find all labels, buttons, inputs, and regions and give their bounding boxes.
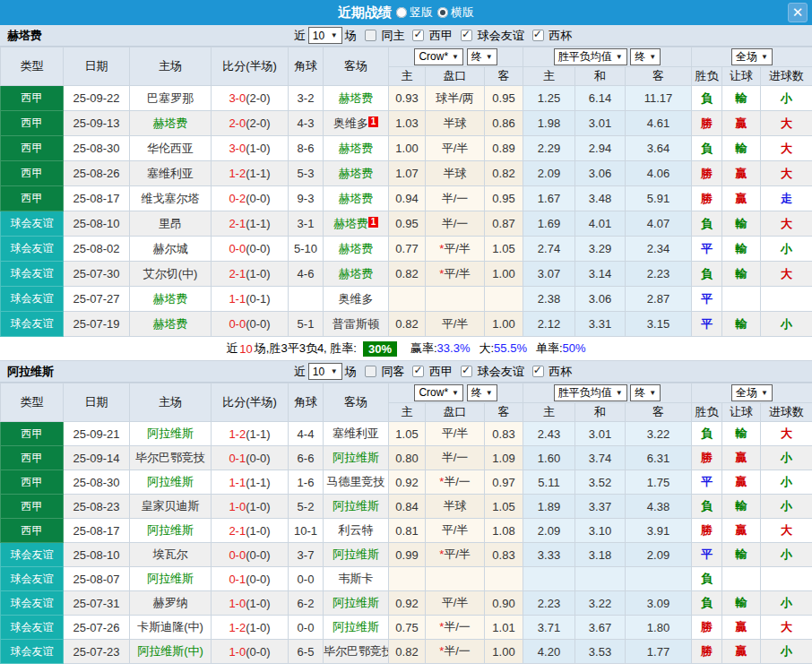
odds-home: 0.82 [389, 640, 426, 664]
dropdown-arrow-icon: ▼ [761, 389, 768, 397]
scope-select[interactable]: 全场▼ [731, 384, 773, 401]
home-team: 卡斯迪隆(中) [130, 616, 212, 640]
match-date: 25-08-02 [64, 237, 130, 262]
layout-horizontal-radio[interactable]: 横版 [437, 4, 474, 21]
recent-count-select[interactable]: 10▼ [308, 363, 342, 380]
result-goals: 大 [761, 161, 812, 186]
odds-group-header: Crow*▼ 终▼ [389, 383, 523, 403]
recent-count-select[interactable]: 10▼ [308, 27, 342, 44]
final-odds-select[interactable]: 终▼ [467, 384, 497, 401]
team-name-text: 普雷斯顿 [333, 317, 379, 331]
filter-cup-checkbox[interactable]: ✓ 西杯 [527, 28, 573, 44]
match-date: 25-07-31 [64, 591, 130, 616]
col-header-handicap: 盘口 [426, 67, 485, 86]
match-date: 25-09-22 [64, 86, 130, 111]
away-team: 赫塔费1 [324, 211, 389, 237]
avg-select[interactable]: 胜平负均值▼ [554, 384, 627, 401]
avg-draw: 3.22 [575, 591, 626, 616]
score: 0-1(0-0) [212, 567, 289, 591]
handicap: 半/一 [426, 446, 485, 470]
dropdown-arrow-icon: ▼ [331, 367, 338, 375]
handicap: 平/半 [426, 519, 485, 543]
dropdown-arrow-icon: ▼ [486, 53, 493, 61]
odds-home [389, 287, 426, 312]
radio-dot-icon [440, 10, 445, 15]
team-name-text: 塞维利亚 [333, 426, 379, 440]
match-type: 西甲 [1, 111, 64, 136]
dropdown-arrow-icon: ▼ [452, 389, 459, 397]
bookmaker-select[interactable]: Crow*▼ [414, 48, 463, 65]
check-icon: ✓ [462, 28, 471, 40]
close-button[interactable]: ✕ [788, 3, 808, 22]
filter-same-checkbox[interactable]: ✓ 同客 [359, 364, 405, 380]
col-header-away: 客场 [324, 383, 389, 422]
col-header-type: 类型 [1, 383, 64, 422]
corners: 5-2 [289, 495, 324, 519]
odds-away: 0.83 [485, 422, 523, 446]
odds-away: 1.00 [485, 312, 523, 337]
radio-label: 竖版 [410, 4, 433, 21]
away-team: 马德里竞技 [324, 470, 389, 495]
corners: 6-6 [289, 446, 324, 470]
team-name: 阿拉维斯 [7, 364, 54, 380]
away-team: 塞维利亚 [324, 422, 389, 446]
match-type: 西甲 [1, 136, 64, 161]
match-row: 西甲25-09-14毕尔巴鄂竞技0-1(0-0)6-6阿拉维斯0.80半/一1.… [1, 446, 812, 470]
filter-cup-checkbox[interactable]: ✓ 西杯 [527, 364, 573, 380]
team-name-text: 赫塔费 [339, 91, 374, 105]
page-title: 近期战绩 [338, 4, 392, 22]
result-handicap: 贏 [722, 186, 761, 211]
result-wdl: 平 [692, 237, 722, 262]
filter-friendly-checkbox[interactable]: ✓ 球会友谊 [455, 28, 524, 44]
away-team: 阿拉维斯 [324, 616, 389, 640]
avg-draw: 3.18 [575, 543, 626, 567]
final-odds-select[interactable]: 终▼ [467, 48, 497, 65]
radio-icon [396, 7, 407, 18]
match-row: 西甲25-08-17维戈塞尔塔0-2(0-0)9-3赫塔费0.94半/一0.95… [1, 186, 812, 211]
filter-league-checkbox[interactable]: ✓ 西甲 [407, 28, 453, 44]
col-header-hcp-result: 让球 [722, 67, 761, 86]
team-name-text: 赫塔费 [339, 167, 374, 180]
match-type: 球会友谊 [1, 262, 64, 287]
match-date: 25-07-23 [64, 640, 130, 664]
score: 2-1(1-0) [212, 519, 289, 543]
filter-league-checkbox[interactable]: ✓ 西甲 [407, 364, 453, 380]
corners: 10-1 [289, 519, 324, 543]
corners: 5-10 [289, 237, 324, 262]
odds-home: 0.99 [389, 543, 426, 567]
layout-vertical-radio[interactable]: 竖版 [396, 4, 433, 21]
team-name-text: 阿拉维斯 [333, 451, 379, 464]
away-team: 普雷斯顿 [324, 312, 389, 337]
filter-near-label: 近 [294, 364, 306, 380]
team-name-text: 阿拉维斯(中) [137, 644, 203, 658]
odds-home: 0.92 [389, 591, 426, 616]
away-team: 阿拉维斯 [324, 543, 389, 567]
bookmaker-select[interactable]: Crow*▼ [414, 384, 463, 401]
corners: 6-5 [289, 640, 324, 664]
match-date: 25-09-13 [64, 111, 130, 136]
score: 1-2(1-1) [212, 422, 289, 446]
handicap: 平/半 [426, 136, 485, 161]
home-team: 埃瓦尔 [130, 543, 212, 567]
col-header-avg-lose: 客 [626, 67, 692, 86]
odds-away: 1.05 [485, 495, 523, 519]
team-name-text: 韦斯卡 [339, 572, 374, 585]
col-header-odds-home: 主 [389, 67, 426, 86]
avg-win: 2.09 [523, 519, 575, 543]
match-row: 西甲25-09-22巴塞罗那3-0(2-0)3-2赫塔费0.93球半/两0.95… [1, 86, 812, 111]
final-avg-select[interactable]: 终▼ [630, 48, 661, 65]
final-avg-select[interactable]: 终▼ [630, 384, 661, 401]
match-type: 球会友谊 [1, 640, 64, 664]
result-goals: 小 [761, 312, 812, 337]
result-goals: 小 [761, 470, 812, 495]
avg-lose [626, 567, 692, 591]
avg-lose: 3.91 [626, 519, 692, 543]
avg-draw: 3.10 [575, 519, 626, 543]
filter-friendly-checkbox[interactable]: ✓ 球会友谊 [455, 364, 524, 380]
scope-select[interactable]: 全场▼ [731, 48, 773, 65]
odds-home: 1.03 [389, 111, 426, 136]
home-team: 华伦西亚 [130, 136, 212, 161]
team-name-text: 毕尔巴鄂竞技 [324, 644, 389, 658]
filter-same-checkbox[interactable]: ✓ 同主 [359, 28, 405, 44]
avg-select[interactable]: 胜平负均值▼ [554, 48, 627, 65]
